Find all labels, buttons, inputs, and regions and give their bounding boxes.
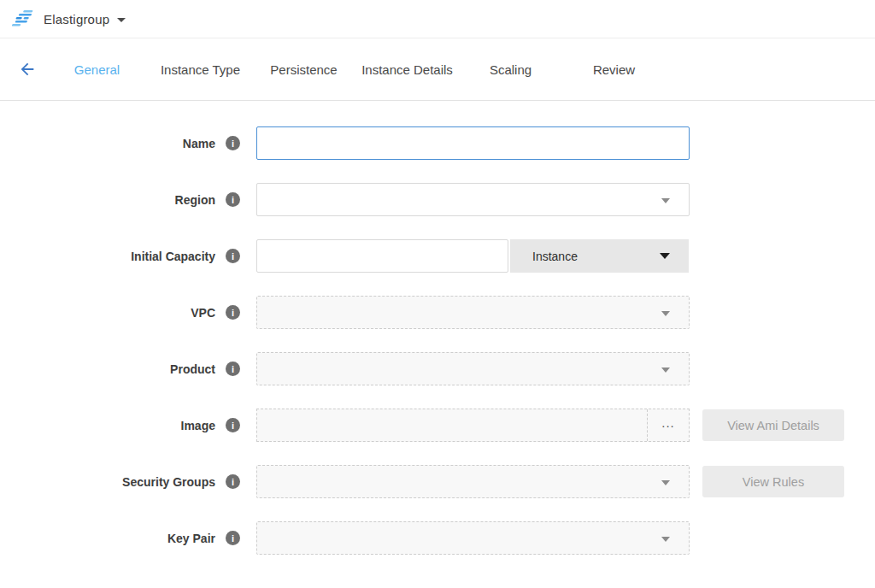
wizard-tabs: General Instance Type Persistence Instan… <box>45 57 666 82</box>
info-icon[interactable]: i <box>226 418 240 432</box>
initial-capacity-input[interactable] <box>256 239 508 273</box>
field-row-security-groups: Security Groups i View Rules <box>0 465 875 498</box>
field-row-initial-capacity: Initial Capacity i Instance <box>0 239 875 273</box>
initial-capacity-label: Initial Capacity <box>131 250 215 263</box>
region-label: Region <box>175 193 215 207</box>
capacity-unit-select[interactable]: Instance <box>510 239 689 273</box>
name-input[interactable] <box>256 126 690 160</box>
product-select <box>256 352 690 385</box>
name-label: Name <box>183 137 215 150</box>
chevron-down-icon <box>661 198 670 203</box>
chevron-down-icon <box>661 480 670 485</box>
tab-instance-details[interactable]: Instance Details <box>355 57 459 82</box>
view-rules-button: View Rules <box>702 466 844 497</box>
field-row-image: Image i ... View Ami Details <box>0 409 875 442</box>
info-icon[interactable]: i <box>226 192 240 207</box>
info-icon[interactable]: i <box>226 362 240 376</box>
wizard-tab-bar: General Instance Type Persistence Instan… <box>0 38 875 101</box>
info-icon[interactable]: i <box>226 305 240 320</box>
app-name: Elastigroup <box>44 12 109 26</box>
product-label: Product <box>170 362 215 376</box>
tab-review[interactable]: Review <box>562 57 666 82</box>
chevron-down-icon <box>661 368 670 373</box>
field-row-name: Name i <box>0 126 875 160</box>
info-icon[interactable]: i <box>226 249 240 263</box>
image-value <box>257 409 647 441</box>
tab-persistence[interactable]: Persistence <box>252 57 355 82</box>
info-icon[interactable]: i <box>226 531 240 545</box>
app-switcher-dropdown[interactable]: Elastigroup <box>12 9 126 28</box>
chevron-down-icon <box>117 18 126 22</box>
field-row-vpc: VPC i <box>0 296 875 329</box>
general-settings-form: Name i Region i Initial Capacity i Inst <box>0 101 875 555</box>
info-icon[interactable]: i <box>226 136 240 150</box>
key-pair-select <box>256 521 690 555</box>
field-row-key-pair: Key Pair i <box>0 521 875 555</box>
chevron-down-icon <box>661 537 670 542</box>
field-row-region: Region i <box>0 183 875 216</box>
view-ami-details-button: View Ami Details <box>702 409 844 441</box>
key-pair-label: Key Pair <box>167 532 215 545</box>
chevron-down-icon <box>660 253 670 259</box>
back-button[interactable] <box>16 59 38 79</box>
tab-scaling[interactable]: Scaling <box>459 57 562 82</box>
tab-instance-type[interactable]: Instance Type <box>149 57 252 82</box>
capacity-unit-value: Instance <box>532 250 578 263</box>
top-bar: Elastigroup <box>0 0 875 38</box>
vpc-select <box>256 296 690 329</box>
chevron-down-icon <box>661 311 670 316</box>
field-row-product: Product i <box>0 352 875 385</box>
back-arrow-icon <box>18 60 37 79</box>
security-groups-select <box>256 465 690 498</box>
info-icon[interactable]: i <box>226 474 240 489</box>
image-input: ... <box>256 409 690 442</box>
region-select[interactable] <box>256 183 690 216</box>
security-groups-label: Security Groups <box>122 475 215 489</box>
image-label: Image <box>181 419 215 432</box>
tab-general[interactable]: General <box>45 57 149 82</box>
elastigroup-logo-icon <box>12 9 36 28</box>
browse-image-button: ... <box>647 409 689 441</box>
vpc-label: VPC <box>191 306 215 320</box>
